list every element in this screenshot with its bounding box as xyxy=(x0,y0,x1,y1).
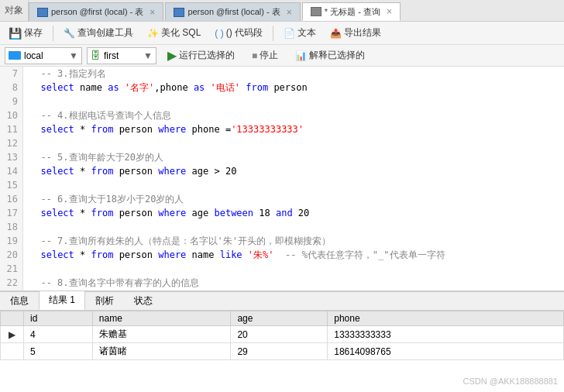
text-icon: 📄 xyxy=(284,28,295,39)
row-arrow-2 xyxy=(1,343,24,360)
table-row: 5 诸茵睹 29 18614098765 xyxy=(1,343,564,360)
code-line-9 xyxy=(29,95,558,108)
tab-result1[interactable]: 结果 1 xyxy=(39,291,85,310)
code-snippet-label: () 代码段 xyxy=(226,26,263,40)
cell-phone-1: 13333333333 xyxy=(328,326,564,343)
query-tool-button[interactable]: 🔧 查询创建工具 xyxy=(58,24,139,42)
tab-label-3: * 无标题 - 查询 xyxy=(325,6,380,18)
tab-profiling[interactable]: 剖析 xyxy=(85,291,124,310)
cell-age-1: 20 xyxy=(231,326,328,343)
code-line-8: select name as '名字',phone as '电话' from p… xyxy=(29,81,558,95)
line-numbers: 7 8 9 10 11 12 13 14 15 16 17 18 19 20 2… xyxy=(0,67,23,291)
table-icon xyxy=(37,8,48,17)
query-icon xyxy=(311,7,322,16)
db-arrow: ▼ xyxy=(137,50,153,61)
tab-label-1: person @first (local) - 表 xyxy=(51,6,143,18)
conn-icon xyxy=(9,51,21,60)
tab-bar: 对象 person @first (local) - 表 × person @f… xyxy=(0,0,564,22)
row-arrow-1: ▶ xyxy=(1,326,24,343)
code-line-19: -- 7.查询所有姓朱的人（特点是：名字以'朱'开头的，即模糊搜索） xyxy=(29,234,558,248)
run-selected-button[interactable]: ▶ 运行已选择的 xyxy=(161,46,241,64)
cell-name-1: 朱赡基 xyxy=(92,326,231,343)
main-content: 7 8 9 10 11 12 13 14 15 16 17 18 19 20 2… xyxy=(0,67,564,291)
export-label: 导出结果 xyxy=(344,26,381,40)
text-label: 文本 xyxy=(297,26,316,40)
tab-person-table-1[interactable]: person @first (local) - 表 × xyxy=(29,2,163,21)
col-header-id xyxy=(1,311,24,326)
watermark: CSDN @AKK188888881 xyxy=(463,377,558,386)
code-snippet-button[interactable]: ( ) () 代码段 xyxy=(209,24,268,42)
code-line-20: select * from person where name like '朱%… xyxy=(29,248,558,262)
query-tool-icon: 🔧 xyxy=(64,28,75,39)
tab-result1-label: 结果 1 xyxy=(49,294,75,305)
explain-icon: 📊 xyxy=(295,50,307,61)
save-icon: 💾 xyxy=(9,27,22,40)
explain-button[interactable]: 📊 解释已选择的 xyxy=(289,47,371,64)
query-tool-label: 查询创建工具 xyxy=(77,26,133,40)
col-header-name: name xyxy=(92,311,231,326)
tab-close-3[interactable]: × xyxy=(387,6,392,17)
conn-arrow: ▼ xyxy=(63,50,78,61)
code-editor[interactable]: 7 8 9 10 11 12 13 14 15 16 17 18 19 20 2… xyxy=(0,67,564,291)
db-icon: 🗄 xyxy=(91,50,101,61)
database-select[interactable]: 🗄 first ▼ xyxy=(87,47,156,64)
tab-query[interactable]: * 无标题 - 查询 × xyxy=(302,2,401,21)
code-line-22: -- 8.查询名字中带有睿字的人的信息 xyxy=(29,276,558,290)
run-selected-label: 运行已选择的 xyxy=(179,49,235,62)
cell-name-2: 诸茵睹 xyxy=(92,343,231,360)
sep-2 xyxy=(273,26,273,41)
table-row: ▶ 4 朱赡基 20 13333333333 xyxy=(1,326,564,343)
code-line-21 xyxy=(29,262,558,276)
tab-person-table-2[interactable]: person @first (local) - 表 × xyxy=(165,2,300,21)
connection-value: local xyxy=(24,50,43,61)
database-value: first xyxy=(104,50,119,61)
stop-icon: ■ xyxy=(252,50,257,61)
tab-info[interactable]: 信息 xyxy=(0,291,39,310)
code-line-17: select * from person where age between 1… xyxy=(29,206,558,220)
object-label: 对象 xyxy=(5,4,23,17)
col-header-phone: phone xyxy=(328,311,564,326)
code-content: -- 3.指定列名 select name as '名字',phone as '… xyxy=(23,67,564,291)
code-line-11: select * from person where phone ='13333… xyxy=(29,122,558,136)
tab-info-label: 信息 xyxy=(10,295,29,306)
beautify-icon: ✨ xyxy=(147,28,159,39)
connection-select[interactable]: local ▼ xyxy=(5,47,82,64)
beautify-button[interactable]: ✨ 美化 SQL xyxy=(142,24,206,42)
col-header-age: age xyxy=(231,311,328,326)
stop-button[interactable]: ■ 停止 xyxy=(246,47,284,64)
main-toolbar: 💾 保存 🔧 查询创建工具 ✨ 美化 SQL ( ) () 代码段 📄 文本 📤… xyxy=(0,22,564,45)
col-header-id-val: id xyxy=(24,311,93,326)
tab-close-2[interactable]: × xyxy=(287,7,292,18)
tab-status[interactable]: 状态 xyxy=(124,291,163,310)
code-line-10: -- 4.根据电话号查询个人信息 xyxy=(29,108,558,122)
result-table-container: id name age phone ▶ 4 朱赡基 20 13333333333… xyxy=(0,311,564,360)
tab-status-label: 状态 xyxy=(134,295,153,306)
text-button[interactable]: 📄 文本 xyxy=(278,24,322,42)
cell-id-1: 4 xyxy=(24,326,93,343)
table-icon-2 xyxy=(174,8,184,17)
sep-1 xyxy=(53,26,53,41)
result-table: id name age phone ▶ 4 朱赡基 20 13333333333… xyxy=(0,311,564,360)
code-line-13: -- 5.查询年龄大于20岁的人 xyxy=(29,150,558,164)
code-line-16: -- 6.查询大于18岁小于20岁的人 xyxy=(29,192,558,206)
beautify-label: 美化 SQL xyxy=(161,26,201,40)
explain-label: 解释已选择的 xyxy=(309,49,365,62)
export-button[interactable]: 📤 导出结果 xyxy=(325,24,387,42)
code-line-18 xyxy=(29,220,558,234)
tab-label-2: person @first (local) - 表 xyxy=(187,6,280,18)
stop-label: 停止 xyxy=(260,49,278,62)
code-icon: ( ) xyxy=(215,28,223,39)
code-line-7: -- 3.指定列名 xyxy=(29,67,558,81)
save-button[interactable]: 💾 保存 xyxy=(3,24,48,42)
tab-close-1[interactable]: × xyxy=(150,7,155,18)
code-line-15 xyxy=(29,178,558,192)
code-line-14: select * from person where age > 20 xyxy=(29,164,558,178)
save-label: 保存 xyxy=(24,26,43,40)
cell-id-2: 5 xyxy=(24,343,93,360)
tab-profiling-label: 剖析 xyxy=(95,295,114,306)
cell-phone-2: 18614098765 xyxy=(328,343,564,360)
code-line-12 xyxy=(29,136,558,150)
cell-age-2: 29 xyxy=(231,343,328,360)
export-icon: 📤 xyxy=(330,28,342,39)
result-tabs: 信息 结果 1 剖析 状态 xyxy=(0,292,564,311)
